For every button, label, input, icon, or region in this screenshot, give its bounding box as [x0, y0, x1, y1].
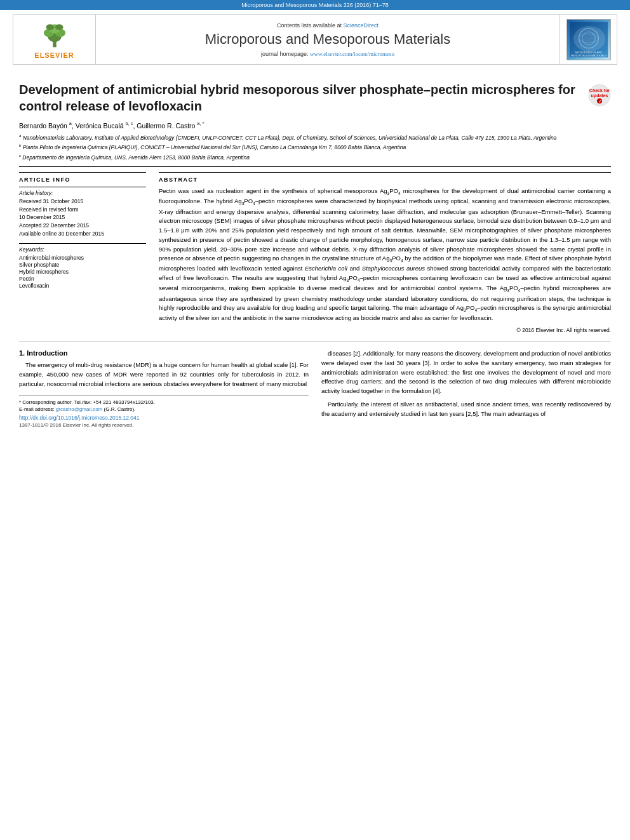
section-divider — [19, 341, 611, 342]
keyword-2: Silver phosphate — [19, 262, 146, 268]
sciencedirect-link[interactable]: ScienceDirect — [344, 22, 379, 29]
corresponding-author: * Corresponding author. Tel./fax: +54 22… — [19, 399, 309, 405]
article-info-column: ARTICLE INFO Article history: Received 3… — [19, 172, 146, 333]
article-info-section: ARTICLE INFO Article history: Received 3… — [19, 172, 146, 288]
keywords-section: Keywords: Antimicrobial microspheres Sil… — [19, 243, 146, 289]
svg-point-6 — [55, 24, 63, 30]
journal-header: ELSEVIER Contents lists available at Sci… — [13, 14, 617, 65]
elsevier-text: ELSEVIER — [34, 51, 74, 59]
article-title-area: Check for updates ✓ Development of antim… — [19, 81, 611, 114]
keyword-5: Levofloxacin — [19, 283, 146, 289]
keyword-4: Pectin — [19, 276, 146, 282]
svg-point-9 — [582, 32, 595, 45]
article-info-label: ARTICLE INFO — [19, 177, 146, 183]
doi-link[interactable]: http://dx.doi.org/10.1016/j.micromeso.20… — [19, 415, 309, 421]
contents-available-text: Contents lists available at ScienceDirec… — [277, 22, 379, 29]
accepted-date: Accepted 22 December 2015 — [19, 222, 146, 230]
keyword-1: Antimicrobial microspheres — [19, 255, 146, 261]
keywords-title: Keywords: — [19, 246, 146, 253]
main-content: Check for updates ✓ Development of antim… — [0, 69, 630, 434]
article-history: Article history: Received 31 October 201… — [19, 187, 146, 237]
authors-line: Bernardo Bayón a, Verónica Bucalá b, c, … — [19, 121, 611, 130]
journal-citation-bar: Microporous and Mesoporous Materials 226… — [0, 0, 630, 10]
issn-text: 1387-1811/© 2016 Elsevier Inc. All right… — [19, 422, 309, 428]
svg-point-5 — [46, 24, 54, 30]
homepage-line: journal homepage: www.elsevier.com/locat… — [261, 50, 394, 57]
history-title: Article history: — [19, 190, 146, 196]
copyright-text: © 2016 Elsevier Inc. All rights reserved… — [159, 327, 611, 333]
svg-text:MICROPOROUS AND: MICROPOROUS AND — [575, 51, 602, 54]
elsevier-tree-icon — [36, 20, 74, 49]
affil-a: a Nanobiomaterials Laboratory, Institute… — [19, 133, 611, 142]
journal-name: Microporous and Mesoporous Materials — [205, 31, 450, 48]
available-online-date: Available online 30 December 2015 — [19, 230, 146, 238]
intro-text-right: diseases [2]. Additionally, for many rea… — [321, 349, 611, 418]
email-link[interactable]: grcastro@gmail.com — [56, 406, 102, 412]
affil-c: c Departamento de Ingeniería Química, UN… — [19, 153, 611, 162]
affiliations: a Nanobiomaterials Laboratory, Institute… — [19, 133, 611, 162]
journal-title-area: Contents lists available at ScienceDirec… — [96, 15, 560, 64]
received-date: Received 31 October 2015 — [19, 198, 146, 206]
journal-citation-text: Microporous and Mesoporous Materials 226… — [241, 2, 389, 8]
info-abstract-area: ARTICLE INFO Article history: Received 3… — [19, 172, 611, 333]
svg-text:updates: updates — [591, 93, 608, 98]
received-revised-date: Received in revised form10 December 2015 — [19, 206, 146, 222]
keyword-3: Hybrid microspheres — [19, 269, 146, 275]
abstract-section: ABSTRACT Pectin was used as nucleation a… — [159, 172, 611, 333]
svg-text:MESOPOROUS MATERIALS: MESOPOROUS MATERIALS — [570, 54, 606, 57]
crossmark-badge[interactable]: Check for updates ✓ — [588, 84, 611, 107]
affil-super-astar: a, * — [197, 121, 204, 126]
intro-left-col: 1. Introduction The emergency of multi-d… — [19, 349, 309, 428]
phosphate-2: phosphate — [544, 227, 572, 234]
journal-cover-image: MICROPOROUS AND MESOPOROUS MATERIALS — [566, 19, 611, 60]
affil-super-bc: b, c — [126, 121, 133, 126]
publisher-logo-area: ELSEVIER — [13, 15, 96, 64]
elsevier-logo: ELSEVIER — [34, 20, 74, 59]
abstract-label: ABSTRACT — [159, 177, 611, 183]
svg-text:Check for: Check for — [589, 88, 610, 93]
phosphate-1: phosphate — [278, 217, 305, 224]
footnote-area: * Corresponding author. Tel./fax: +54 22… — [19, 395, 309, 412]
email-footnote: E-mail address: grcastro@gmail.com (G.R.… — [19, 406, 309, 412]
homepage-url[interactable]: www.elsevier.com/locate/micromeso — [310, 51, 394, 57]
introduction-area: 1. Introduction The emergency of multi-d… — [19, 349, 611, 428]
abstract-text: Pectin was used as nucleation agent in t… — [159, 187, 611, 323]
intro-right-col: diseases [2]. Additionally, for many rea… — [321, 349, 611, 428]
svg-point-10 — [579, 34, 598, 43]
intro-text-left: The emergency of multi-drug resistance (… — [19, 361, 309, 389]
svg-point-8 — [579, 28, 598, 48]
abstract-column: ABSTRACT Pectin was used as nucleation a… — [159, 172, 611, 333]
article-title: Development of antimicrobial hybrid meso… — [19, 81, 611, 114]
journal-cover-thumbnail: MICROPOROUS AND MESOPOROUS MATERIALS — [560, 15, 617, 64]
intro-heading: 1. Introduction — [19, 349, 309, 357]
affil-b: b Planta Piloto de Ingeniería Química (P… — [19, 143, 611, 152]
svg-text:✓: ✓ — [598, 100, 601, 103]
divider-1 — [19, 166, 611, 167]
affil-super-a: a — [69, 121, 72, 126]
